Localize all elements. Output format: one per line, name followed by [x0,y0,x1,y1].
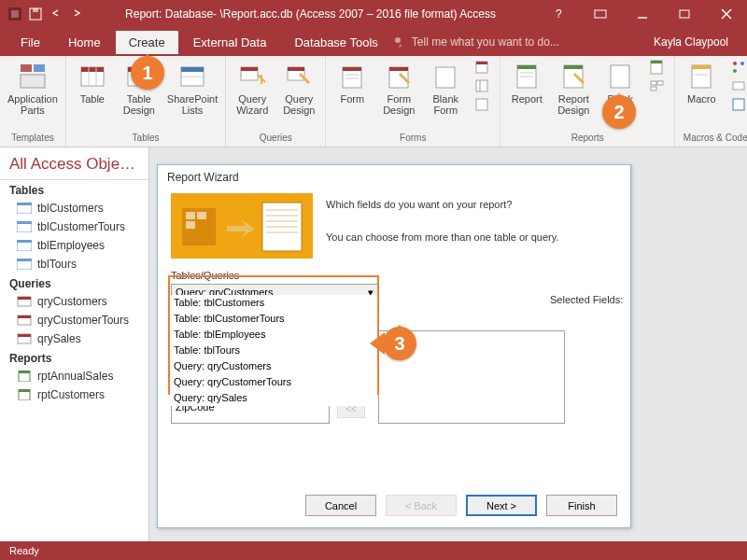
window-title: Report: Database- \Report.acc.db (Access… [84,7,537,21]
svg-rect-72 [18,334,31,337]
back-button[interactable]: < Back [386,495,457,516]
ribbon-toggle-icon[interactable] [579,0,621,28]
ribbon: Application Parts Templates Table Table … [0,56,747,147]
dialog-title: Report Wizard [158,165,630,189]
svg-rect-57 [733,82,744,90]
svg-rect-13 [21,75,45,88]
save-icon[interactable] [28,7,43,21]
query-design-button[interactable]: Query Design [278,60,319,118]
query-wizard-button[interactable]: Query Wizard [232,60,273,118]
tables-queries-dropdown[interactable]: Table: tblCustomers Table: tblCustomerTo… [170,295,377,406]
application-parts-button[interactable]: Application Parts [6,60,60,118]
svg-rect-62 [17,221,32,224]
tab-external-data[interactable]: External Data [180,31,280,54]
svg-rect-12 [34,64,45,72]
dropdown-item[interactable]: Table: tblCustomerTours [170,311,377,327]
svg-rect-7 [680,10,689,18]
svg-point-10 [395,37,401,43]
form-wizard-icon[interactable] [475,60,490,75]
nav-item[interactable]: tblCustomers [0,199,148,217]
finish-button[interactable]: Finish [546,495,617,516]
svg-rect-45 [611,65,629,88]
nav-item[interactable]: qryCustomers [0,292,148,311]
navigation-pane: All Access Obje… Tables tblCustomers tbl… [0,147,149,541]
svg-rect-52 [692,65,711,69]
nav-item[interactable]: rptAnnualSales [0,367,148,385]
svg-rect-44 [564,65,583,69]
user-name[interactable]: Kayla Claypool [654,35,740,49]
maximize-icon[interactable] [663,0,705,28]
form-design-button[interactable]: Form Design [378,60,419,118]
nav-item[interactable]: tblCustomerTours [0,217,148,236]
group-forms-label: Forms [331,131,494,145]
table-button[interactable]: Table [72,60,113,106]
status-text: Ready [9,545,39,556]
sharepoint-lists-button[interactable]: SharePoint Lists [165,60,219,118]
wizard-banner-image [171,193,313,259]
navigation-icon[interactable] [475,78,490,93]
group-macros-label: Macros & Code [681,131,747,145]
close-icon[interactable] [705,0,747,28]
svg-rect-68 [18,297,31,300]
next-button[interactable]: Next > [466,495,537,516]
svg-rect-48 [651,81,656,85]
table-icon [17,259,32,270]
nav-section-tables[interactable]: Tables [0,180,148,199]
vba-icon[interactable] [731,97,746,112]
nav-section-queries[interactable]: Queries [0,273,148,292]
help-icon[interactable]: ? [537,0,579,28]
tell-me-label: Tell me what you want to do... [412,35,559,49]
svg-rect-47 [651,61,662,63]
svg-rect-11 [21,64,32,72]
module-icon[interactable] [731,60,746,75]
nav-item[interactable]: qrySales [0,329,148,348]
svg-rect-15 [81,67,104,72]
dropdown-item[interactable]: Table: tblEmployees [170,327,377,343]
nav-item[interactable]: rptCustomers [0,385,148,404]
query-icon [17,296,32,307]
nav-item[interactable]: qryCustomerTours [0,311,148,329]
wizard-hint: You can choose from more than one table … [326,230,559,246]
report-design-button[interactable]: Report Design [553,60,594,118]
nav-section-reports[interactable]: Reports [0,348,148,367]
tab-home[interactable]: Home [55,31,114,54]
svg-rect-24 [241,67,258,71]
query-icon [17,315,32,326]
dropdown-item[interactable]: Query: qryCustomers [170,358,377,374]
labels-icon[interactable] [650,78,665,93]
dropdown-item[interactable]: Query: qrySales [170,390,377,406]
dropdown-item[interactable]: Table: tblTours [170,343,377,358]
minimize-icon[interactable] [621,0,663,28]
query-icon [17,333,32,344]
tell-me-search[interactable]: Tell me what you want to do... [393,35,652,49]
statusbar: Ready [0,541,747,560]
macro-button[interactable]: Macro [681,60,722,106]
dropdown-item[interactable]: Query: qryCustomerTours [170,374,377,390]
callout-1: 1 [131,56,164,90]
app-icon [7,7,22,21]
tab-file[interactable]: File [7,31,53,54]
class-module-icon[interactable] [731,78,746,93]
svg-rect-33 [436,67,455,88]
report-button[interactable]: Report [506,60,547,106]
redo-icon[interactable] [69,7,84,21]
svg-rect-3 [33,8,38,12]
cancel-button[interactable]: Cancel [305,495,376,516]
svg-rect-66 [17,259,32,261]
more-forms-icon[interactable] [475,97,490,112]
group-reports-label: Reports [506,131,669,145]
blank-form-button[interactable]: Blank Form [425,60,466,118]
nav-item[interactable]: tblTours [0,255,148,273]
nav-item[interactable]: tblEmployees [0,236,148,255]
svg-rect-38 [476,99,487,110]
tab-database-tools[interactable]: Database Tools [281,31,390,54]
form-button[interactable]: Form [331,60,373,106]
dropdown-item[interactable]: Table: tblCustomers [170,295,377,311]
table-icon [17,221,32,232]
nav-title[interactable]: All Access Obje… [0,147,148,180]
svg-rect-70 [18,315,31,318]
undo-icon[interactable] [49,7,63,21]
report-wizard-icon[interactable] [650,60,665,75]
svg-point-55 [740,62,744,65]
svg-text:?: ? [556,8,562,20]
